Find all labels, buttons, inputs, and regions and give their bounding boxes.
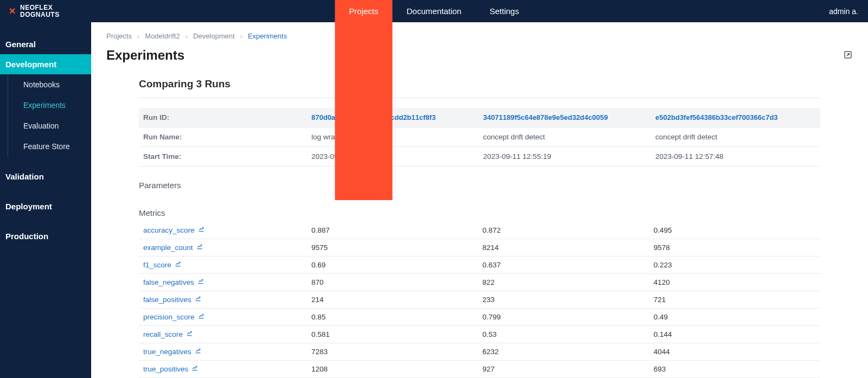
chart-icon bbox=[186, 330, 193, 338]
metric-name-cell: false_negatives bbox=[139, 274, 307, 291]
run-id-link-3[interactable]: e502bd3fef564386b33cef700366c7d3 bbox=[655, 113, 778, 121]
run-name-3: concept drift detect bbox=[651, 127, 820, 147]
metric-value: 8214 bbox=[478, 239, 649, 257]
metric-name-cell: f1_score bbox=[139, 257, 307, 274]
metric-value: 0.872 bbox=[478, 222, 649, 239]
start-time-3: 2023-09-11 12:57:48 bbox=[651, 147, 820, 166]
metric-link-false_positives[interactable]: false_positives bbox=[143, 296, 201, 304]
metric-value: 4044 bbox=[649, 343, 820, 361]
nav-documentation[interactable]: Documentation bbox=[393, 0, 476, 200]
metric-value: 0.495 bbox=[649, 222, 820, 239]
metric-value: 0.887 bbox=[307, 222, 478, 239]
metric-value: 0.69 bbox=[307, 257, 478, 274]
logo-mark-icon: ✕ bbox=[9, 6, 16, 16]
metric-row: true_negatives 728362324044 bbox=[139, 343, 820, 361]
crumb-projects[interactable]: Projects bbox=[106, 32, 132, 40]
metric-link-false_negatives[interactable]: false_negatives bbox=[143, 278, 204, 286]
chart-icon bbox=[196, 244, 203, 252]
sidebar-sub-development: Notebooks Experiments Evaluation Feature… bbox=[8, 74, 91, 157]
run-name-label: Run Name: bbox=[139, 127, 307, 147]
metrics-table: accuracy_score 0.8870.8720.495example_co… bbox=[139, 222, 820, 378]
nav-settings[interactable]: Settings bbox=[475, 0, 533, 200]
metric-row: example_count 957582149578 bbox=[139, 239, 820, 257]
metric-value: 6232 bbox=[478, 343, 649, 361]
chevron-right-icon: › bbox=[186, 32, 188, 40]
chevron-right-icon: › bbox=[137, 32, 139, 40]
metric-value: 721 bbox=[649, 291, 820, 309]
metric-row: false_negatives 8708224120 bbox=[139, 274, 820, 291]
page-title: Experiments bbox=[106, 48, 184, 63]
metric-value: 233 bbox=[478, 291, 649, 309]
metric-name-cell: true_positives bbox=[139, 361, 307, 378]
metric-value: 870 bbox=[307, 274, 478, 291]
chart-icon bbox=[192, 365, 198, 373]
brand-logo[interactable]: ✕ NEOFLEXDOGNAUTS bbox=[0, 0, 68, 22]
metric-row: accuracy_score 0.8870.8720.495 bbox=[139, 222, 820, 239]
sidebar-group-general[interactable]: General bbox=[0, 34, 91, 54]
metric-value: 0.49 bbox=[649, 309, 820, 326]
metric-row: false_positives 214233721 bbox=[139, 291, 820, 309]
sidebar: General Development Notebooks Experiment… bbox=[0, 22, 91, 378]
metric-value: 0.637 bbox=[478, 257, 649, 274]
sidebar-group-production[interactable]: Production bbox=[0, 226, 91, 246]
metric-value: 0.144 bbox=[649, 326, 820, 343]
crumb-development[interactable]: Development bbox=[193, 32, 235, 40]
nav-projects[interactable]: Projects bbox=[335, 0, 392, 200]
metric-value: 9578 bbox=[649, 239, 820, 257]
chart-icon bbox=[175, 261, 181, 269]
metric-link-recall_score[interactable]: recall_score bbox=[143, 330, 193, 338]
metric-value: 0.223 bbox=[649, 257, 820, 274]
user-menu[interactable]: admin a. bbox=[819, 7, 868, 16]
metric-name-cell: true_negatives bbox=[139, 343, 307, 361]
metric-value: 693 bbox=[649, 361, 820, 378]
metric-value: 0.581 bbox=[307, 326, 478, 343]
crumb-experiments[interactable]: Experiments bbox=[248, 32, 287, 40]
metric-row: f1_score 0.690.6370.223 bbox=[139, 257, 820, 274]
metric-value: 0.799 bbox=[478, 309, 649, 326]
metric-value: 7283 bbox=[307, 343, 478, 361]
chart-icon bbox=[198, 313, 205, 321]
metric-value: 9575 bbox=[307, 239, 478, 257]
metric-name-cell: example_count bbox=[139, 239, 307, 257]
chart-icon bbox=[195, 348, 201, 356]
sidebar-item-evaluation[interactable]: Evaluation bbox=[18, 116, 91, 136]
metric-link-precision_score[interactable]: precision_score bbox=[143, 313, 205, 321]
metric-link-true_negatives[interactable]: true_negatives bbox=[143, 348, 201, 356]
chart-icon bbox=[195, 296, 201, 304]
metric-link-true_positives[interactable]: true_positives bbox=[143, 365, 198, 373]
metric-link-f1_score[interactable]: f1_score bbox=[143, 261, 181, 269]
sidebar-group-development[interactable]: Development bbox=[0, 54, 91, 74]
metric-name-cell: precision_score bbox=[139, 309, 307, 326]
sidebar-item-experiments[interactable]: Experiments bbox=[18, 95, 91, 116]
metric-row: precision_score 0.850.7990.49 bbox=[139, 309, 820, 326]
user-display-name: admin a. bbox=[829, 7, 858, 16]
metric-name-cell: accuracy_score bbox=[139, 222, 307, 239]
metric-name-cell: false_positives bbox=[139, 291, 307, 309]
metric-link-example_count[interactable]: example_count bbox=[143, 244, 203, 252]
metric-value: 214 bbox=[307, 291, 478, 309]
sidebar-item-notebooks[interactable]: Notebooks bbox=[18, 74, 91, 95]
metric-name-cell: recall_score bbox=[139, 326, 307, 343]
metric-link-accuracy_score[interactable]: accuracy_score bbox=[143, 226, 205, 234]
metric-value: 0.53 bbox=[478, 326, 649, 343]
topbar: ✕ NEOFLEXDOGNAUTS Projects Documentation… bbox=[0, 0, 868, 22]
metric-row: recall_score 0.5810.530.144 bbox=[139, 326, 820, 343]
chevron-right-icon: › bbox=[240, 32, 242, 40]
metric-value: 4120 bbox=[649, 274, 820, 291]
chart-icon bbox=[197, 278, 204, 286]
crumb-model[interactable]: Modeldrift2 bbox=[145, 32, 180, 40]
sidebar-group-validation[interactable]: Validation bbox=[0, 166, 91, 187]
top-nav: Projects Documentation Settings bbox=[335, 0, 533, 200]
run-id-label: Run ID: bbox=[139, 108, 307, 127]
sidebar-group-deployment[interactable]: Deployment bbox=[0, 196, 91, 216]
metrics-section-label: Metrics bbox=[139, 203, 820, 222]
logo-text: NEOFLEXDOGNAUTS bbox=[20, 4, 60, 18]
metric-value: 0.85 bbox=[307, 309, 478, 326]
start-time-label: Start Time: bbox=[139, 147, 307, 166]
metric-value: 822 bbox=[478, 274, 649, 291]
open-external-icon[interactable] bbox=[843, 50, 853, 61]
metric-row: true_positives 1208927693 bbox=[139, 361, 820, 378]
metric-value: 1208 bbox=[307, 361, 478, 378]
sidebar-item-feature-store[interactable]: Feature Store bbox=[18, 136, 91, 157]
chart-icon bbox=[198, 226, 205, 234]
